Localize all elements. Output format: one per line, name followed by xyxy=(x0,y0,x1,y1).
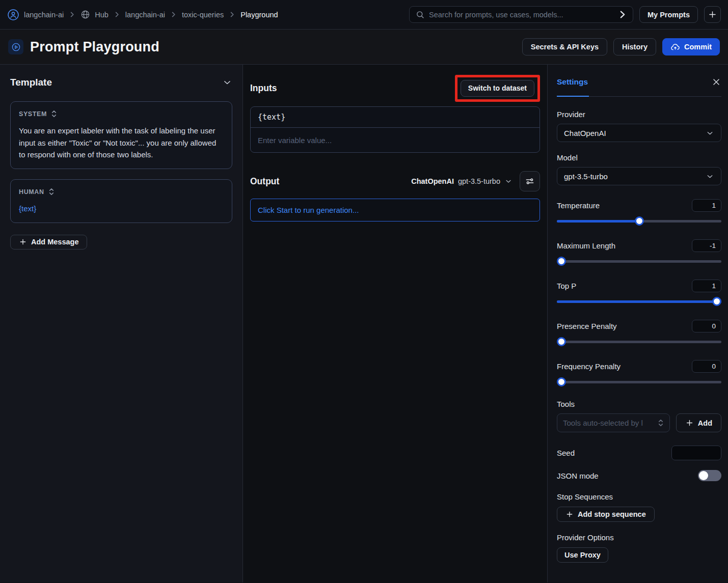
chevron-right-icon xyxy=(170,11,177,18)
playground-play-circle-icon xyxy=(8,39,23,54)
breadcrumb-current-page: Playground xyxy=(240,11,278,19)
maximum-length-setting: Maximum Length -1 xyxy=(557,239,721,266)
my-prompts-button[interactable]: My Prompts xyxy=(639,6,698,23)
stop-sequences-label: Stop Sequences xyxy=(557,492,721,501)
chevron-down-icon xyxy=(504,177,513,185)
input-variable-value-field[interactable] xyxy=(251,128,540,152)
system-message-card[interactable]: SYSTEM You are an expert labeler with th… xyxy=(10,101,232,169)
slider-thumb[interactable] xyxy=(712,297,721,306)
secrets-api-keys-button[interactable]: Secrets & API Keys xyxy=(522,38,607,55)
model-select-value: gpt-3.5-turbo xyxy=(564,172,608,181)
sliders-icon xyxy=(525,176,535,186)
human-message-text[interactable]: {text} xyxy=(19,203,224,215)
search-bar[interactable] xyxy=(409,6,633,23)
top-navigation-bar: langchain-ai Hub langchain-ai toxic-quer… xyxy=(0,0,728,30)
user-avatar-icon[interactable] xyxy=(7,9,19,21)
role-sort-updown-icon[interactable] xyxy=(51,109,57,118)
input-variable-name[interactable]: {text} xyxy=(251,107,540,128)
search-submit-chevron-icon[interactable] xyxy=(618,10,627,19)
add-tool-button[interactable]: Add xyxy=(676,413,721,432)
toggle-knob xyxy=(699,471,708,480)
add-stop-sequence-label: Add stop sequence xyxy=(578,510,646,518)
frequency-penalty-slider[interactable] xyxy=(557,377,721,386)
model-label: Model xyxy=(557,153,721,162)
chevron-right-icon xyxy=(113,11,121,18)
collapse-chevron-down-icon[interactable] xyxy=(222,77,232,88)
add-message-button[interactable]: Add Message xyxy=(10,235,87,249)
temperature-value-input[interactable]: 1 xyxy=(692,199,721,212)
cloud-upload-icon xyxy=(670,42,680,52)
temperature-slider[interactable] xyxy=(557,216,721,226)
commit-button[interactable]: Commit xyxy=(662,38,720,55)
slider-thumb[interactable] xyxy=(557,377,566,386)
seed-label: Seed xyxy=(557,449,575,457)
page-header: Prompt Playground Secrets & API Keys His… xyxy=(0,30,728,65)
top-p-slider[interactable] xyxy=(557,297,721,306)
provider-options-label: Provider Options xyxy=(557,533,721,542)
add-tool-label: Add xyxy=(698,419,712,427)
provider-select[interactable]: ChatOpenAI xyxy=(557,124,721,142)
add-stop-sequence-button[interactable]: Add stop sequence xyxy=(557,507,655,522)
breadcrumb-org[interactable]: langchain-ai xyxy=(24,11,64,19)
slider-thumb[interactable] xyxy=(557,337,566,346)
tab-settings[interactable]: Settings xyxy=(557,77,589,96)
commit-button-label: Commit xyxy=(684,43,712,51)
presence-penalty-label: Presence Penalty xyxy=(557,322,617,330)
tools-select[interactable]: Tools auto-selected by l xyxy=(557,413,670,432)
model-settings-button[interactable] xyxy=(520,171,540,191)
settings-panel: Settings Provider ChatOpenAI Model gpt-3… xyxy=(548,65,728,582)
output-result-area[interactable]: Click Start to run generation... xyxy=(250,199,540,221)
maximum-length-label: Maximum Length xyxy=(557,241,615,250)
new-prompt-button[interactable] xyxy=(704,6,721,23)
provider-label: Provider xyxy=(557,110,721,119)
tools-label: Tools xyxy=(557,400,721,408)
frequency-penalty-setting: Frequency Penalty 0 xyxy=(557,360,721,386)
chevron-down-icon xyxy=(706,129,714,137)
inputs-card: {text} xyxy=(250,106,540,153)
slider-thumb[interactable] xyxy=(635,216,644,226)
breadcrumb: langchain-ai Hub langchain-ai toxic-quer… xyxy=(7,9,278,21)
model-provider-label: ChatOpenAI xyxy=(411,177,454,185)
breadcrumb-hub[interactable]: Hub xyxy=(95,11,109,19)
temperature-setting: Temperature 1 xyxy=(557,199,721,226)
search-input[interactable] xyxy=(429,11,613,19)
globe-icon xyxy=(80,10,90,19)
human-message-card[interactable]: HUMAN {text} xyxy=(10,179,232,223)
model-picker-dropdown[interactable]: ChatOpenAI gpt-3.5-turbo xyxy=(411,177,513,185)
json-mode-toggle[interactable] xyxy=(698,470,721,481)
provider-select-value: ChatOpenAI xyxy=(564,129,606,137)
system-message-text[interactable]: You are an expert labeler with the task … xyxy=(19,125,224,161)
page-title: Prompt Playground xyxy=(30,39,159,55)
tools-select-placeholder: Tools auto-selected by l xyxy=(563,419,643,427)
slider-thumb[interactable] xyxy=(557,257,566,266)
chevron-right-icon xyxy=(68,11,76,18)
annotation-highlight-box: Switch to dataset xyxy=(455,75,540,102)
output-title: Output xyxy=(250,176,279,187)
top-p-value-input[interactable]: 1 xyxy=(692,280,721,292)
presence-penalty-slider[interactable] xyxy=(557,337,721,346)
top-p-setting: Top P 1 xyxy=(557,280,721,306)
chevron-down-icon xyxy=(706,172,714,181)
inputs-title: Inputs xyxy=(250,83,277,94)
presence-penalty-value-input[interactable]: 0 xyxy=(692,320,721,332)
frequency-penalty-value-input[interactable]: 0 xyxy=(692,360,721,373)
message-role-label[interactable]: HUMAN xyxy=(19,188,44,196)
breadcrumb-owner[interactable]: langchain-ai xyxy=(125,11,165,19)
history-button[interactable]: History xyxy=(613,38,656,55)
template-panel: Template SYSTEM You are an expert labele… xyxy=(0,65,243,582)
role-sort-updown-icon[interactable] xyxy=(48,187,55,196)
model-select[interactable]: gpt-3.5-turbo xyxy=(557,167,721,185)
switch-to-dataset-button[interactable]: Switch to dataset xyxy=(461,80,534,97)
top-p-label: Top P xyxy=(557,282,576,290)
maximum-length-slider[interactable] xyxy=(557,257,721,266)
message-role-label[interactable]: SYSTEM xyxy=(19,110,47,118)
seed-input[interactable] xyxy=(671,446,721,460)
template-title: Template xyxy=(10,77,52,88)
close-icon[interactable] xyxy=(711,77,721,87)
playground-main-panel: Inputs Switch to dataset {text} Output C… xyxy=(243,65,548,582)
breadcrumb-repo[interactable]: toxic-queries xyxy=(182,11,224,19)
use-proxy-button[interactable]: Use Proxy xyxy=(557,547,608,563)
presence-penalty-setting: Presence Penalty 0 xyxy=(557,320,721,346)
maximum-length-value-input[interactable]: -1 xyxy=(692,239,721,252)
frequency-penalty-label: Frequency Penalty xyxy=(557,362,621,371)
